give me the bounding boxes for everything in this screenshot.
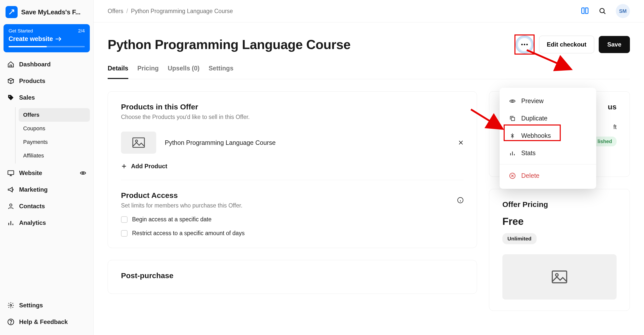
products-card: Products in this Offer Choose the Produc… [108, 91, 477, 248]
breadcrumb-root[interactable]: Offers [108, 8, 123, 15]
nav-label: Website [19, 170, 42, 177]
info-icon[interactable] [457, 197, 464, 203]
annotation-frame-more [514, 34, 535, 55]
add-product-label: Add Product [131, 163, 167, 170]
brand-logo [6, 6, 18, 18]
megaphone-icon [7, 186, 15, 193]
nav-contacts[interactable]: Contacts [4, 199, 90, 213]
menu-duplicate[interactable]: Duplicate [500, 110, 596, 127]
svg-rect-14 [552, 271, 567, 283]
checkbox[interactable] [121, 230, 128, 237]
edit-checkout-button[interactable]: Edit checkout [539, 36, 594, 53]
nav-sub-payments[interactable]: Payments [19, 135, 90, 149]
avatar[interactable]: SM [616, 4, 630, 18]
nav-help[interactable]: Help & Feedback [4, 315, 90, 329]
svg-point-6 [11, 323, 11, 324]
pricing-card: Offer Pricing Free Unlimited [489, 189, 630, 311]
nav-website[interactable]: Website [4, 166, 90, 180]
access-option-begin[interactable]: Begin access at a specific date [121, 216, 464, 223]
nav-label: Marketing [19, 186, 48, 193]
product-row: Python Programming Language Course [121, 130, 464, 155]
svg-point-2 [82, 172, 84, 174]
pricing-title: Offer Pricing [502, 200, 617, 209]
breadcrumb-current: Python Programming Language Course [131, 8, 233, 15]
save-button[interactable]: Save [599, 36, 630, 53]
gear-icon [7, 302, 15, 309]
svg-point-12 [135, 140, 137, 142]
tab-pricing[interactable]: Pricing [137, 65, 159, 79]
nav-analytics[interactable]: Analytics [4, 216, 90, 230]
tab-details[interactable]: Details [108, 65, 128, 79]
svg-rect-11 [133, 138, 144, 147]
menu-delete[interactable]: Delete [500, 167, 596, 184]
product-thumb [121, 132, 156, 154]
pricing-preview [502, 254, 617, 300]
arrow-right-icon [55, 36, 62, 41]
menu-stats[interactable]: Stats [500, 144, 596, 162]
svg-point-9 [524, 44, 525, 45]
eye-icon [509, 98, 516, 104]
product-name: Python Programming Language Course [165, 139, 276, 146]
nav-dashboard[interactable]: Dashboard [4, 57, 90, 71]
nav-sub-affiliates[interactable]: Affiliates [19, 149, 90, 162]
get-started-card[interactable]: Get Started 2/4 Create website [4, 24, 90, 52]
tabs: Details Pricing Upsells (0) Settings [108, 65, 630, 79]
delete-icon [509, 173, 516, 179]
page-title: Python Programming Language Course [108, 37, 350, 52]
access-opt2-label: Restrict access to a specific amount of … [132, 230, 245, 237]
nav-sub-offers[interactable]: Offers [19, 108, 90, 122]
nav-label: Analytics [19, 219, 46, 226]
published-pill: lished [593, 137, 617, 146]
nav-sales-sub: Offers Coupons Payments Affiliates [15, 107, 90, 163]
menu-label: Webhooks [521, 132, 551, 139]
checkbox[interactable] [121, 216, 128, 223]
eye-icon[interactable] [80, 170, 86, 176]
svg-rect-1 [8, 171, 14, 175]
close-icon [458, 140, 464, 145]
get-started-progress: 2/4 [78, 28, 85, 34]
brand[interactable]: Save MyLeads's F... [4, 6, 90, 21]
access-option-restrict[interactable]: Restrict access to a specific amount of … [121, 230, 464, 237]
stats-icon [509, 150, 516, 156]
remove-product-button[interactable] [458, 140, 464, 145]
breadcrumb: Offers / Python Programming Language Cou… [108, 8, 233, 15]
more-button[interactable] [516, 36, 533, 53]
menu-webhooks[interactable]: Webhooks [500, 127, 596, 144]
book-icon[interactable] [581, 7, 589, 15]
add-product-button[interactable]: Add Product [121, 163, 464, 170]
products-sub: Choose the Products you'd like to sell i… [121, 114, 464, 120]
ellipsis-icon [521, 44, 528, 46]
nav-label: Sales [19, 94, 35, 101]
menu-label: Stats [521, 149, 536, 157]
sidebar: Save MyLeads's F... Get Started 2/4 Crea… [0, 0, 94, 335]
svg-point-15 [555, 274, 558, 276]
nav-sub-coupons[interactable]: Coupons [19, 122, 90, 135]
tab-settings[interactable]: Settings [209, 65, 233, 79]
copy-icon [509, 115, 516, 122]
unlimited-chip: Unlimited [502, 233, 537, 244]
svg-point-3 [10, 204, 12, 206]
access-opt1-label: Begin access at a specific date [132, 216, 212, 223]
menu-preview[interactable]: Preview [500, 92, 596, 110]
menu-label: Duplicate [521, 115, 547, 122]
nav-sales[interactable]: Sales [4, 91, 90, 105]
nav-marketing[interactable]: Marketing [4, 183, 90, 197]
breadcrumb-sep: / [126, 8, 128, 15]
tab-upsells[interactable]: Upsells (0) [168, 65, 199, 79]
nav-label: Contacts [19, 203, 45, 210]
get-started-label: Get Started [9, 28, 33, 34]
monitor-icon [7, 170, 15, 177]
nav-settings[interactable]: Settings [4, 298, 90, 312]
nav-label: Settings [19, 302, 43, 309]
home-icon [7, 61, 15, 68]
svg-point-7 [600, 8, 604, 13]
price-value: Free [502, 216, 617, 227]
search-icon[interactable] [599, 7, 606, 15]
svg-point-4 [10, 305, 12, 306]
user-icon [7, 203, 15, 210]
box-icon [7, 77, 15, 85]
more-menu: Preview Duplicate Webhooks Stats De [500, 88, 596, 189]
nav-products[interactable]: Products [4, 74, 90, 88]
svg-point-0 [9, 96, 10, 97]
svg-point-8 [521, 44, 523, 45]
